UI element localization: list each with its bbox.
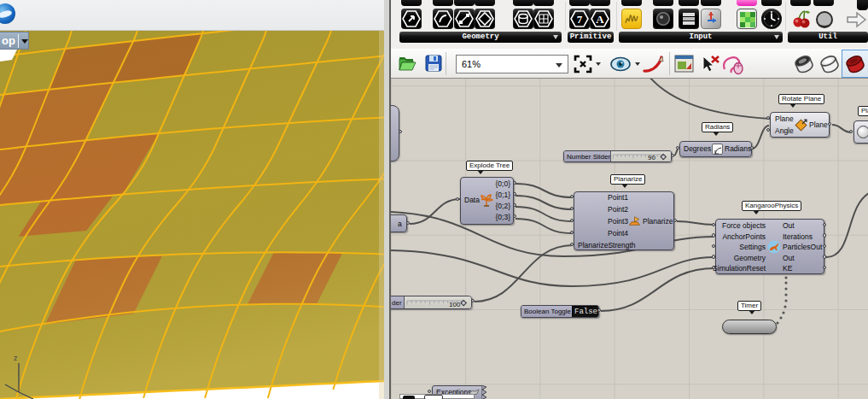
svg-text:90: 90	[648, 154, 655, 161]
svg-text:A: A	[596, 13, 604, 26]
svg-text:100: 100	[449, 301, 461, 308]
svg-text:z: z	[14, 354, 18, 362]
svg-text:7: 7	[577, 13, 583, 26]
